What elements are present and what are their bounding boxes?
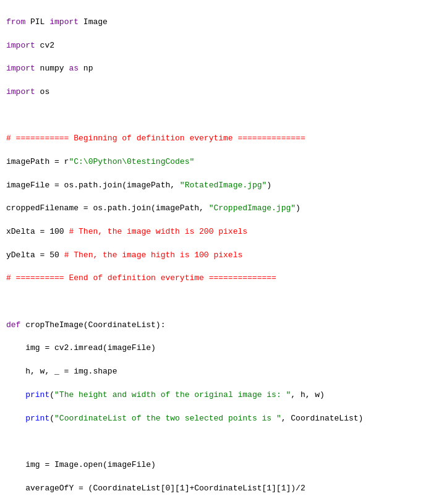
line-21: averageOfY = (CoordinateList[0][1]+Coord…	[6, 483, 425, 495]
line-5	[6, 110, 425, 122]
line-9: croppedFilename = os.path.join(imagePath…	[6, 203, 425, 215]
string: "CoordinateList of the two selected poin…	[54, 414, 281, 423]
comment: # ========== Eend of definition everytim…	[6, 273, 276, 283]
line-20: img = Image.open(imageFile)	[6, 459, 425, 471]
line-14: def cropTheImage(CoordinateList):	[6, 320, 425, 331]
line-12: # ========== Eend of definition everytim…	[6, 273, 425, 284]
string: "RotatedImage.jpg"	[180, 181, 267, 190]
string: "CroppedImage.jpg"	[209, 203, 296, 213]
line-11: yDelta = 50 # Then, the image higth is 1…	[6, 250, 425, 262]
line-6: # =========== Beginning of definition ev…	[6, 133, 425, 145]
line-7: imagePath = r"C:\0Python\0testingCodes"	[6, 156, 425, 168]
keyword: from	[6, 17, 25, 27]
keyword: as	[69, 64, 79, 73]
line-19	[6, 436, 425, 448]
keyword: import	[49, 17, 79, 27]
line-10: xDelta = 100 # Then, the image width is …	[6, 226, 425, 238]
function-call: print	[25, 390, 49, 399]
string: "C:\0Python\0testingCodes"	[69, 157, 194, 166]
function-call: print	[25, 414, 49, 423]
line-2: import cv2	[6, 40, 425, 52]
keyword: import	[6, 87, 35, 96]
line-17: print("The height and width of the origi…	[6, 390, 425, 401]
line-8: imageFile = os.path.join(imagePath, "Rot…	[6, 180, 425, 192]
keyword: import	[6, 41, 35, 50]
line-3: import numpy as np	[6, 63, 425, 75]
line-16: h, w, _ = img.shape	[6, 366, 425, 378]
keyword: def	[6, 320, 20, 330]
line-4: import os	[6, 87, 425, 98]
comment: # Then, the image higth is 100 pixels	[64, 250, 243, 260]
line-18: print("CoordinateList of the two selecte…	[6, 413, 425, 425]
line-13	[6, 296, 425, 308]
code-editor: from PIL import Image import cv2 import …	[0, 0, 431, 504]
line-15: img = cv2.imread(imageFile)	[6, 343, 425, 354]
string: "The height and width of the original im…	[54, 390, 291, 399]
comment: # Then, the image width is 200 pixels	[69, 227, 247, 236]
keyword: import	[6, 64, 35, 73]
line-1: from PIL import Image	[6, 17, 425, 28]
comment: # =========== Beginning of definition ev…	[6, 134, 305, 143]
